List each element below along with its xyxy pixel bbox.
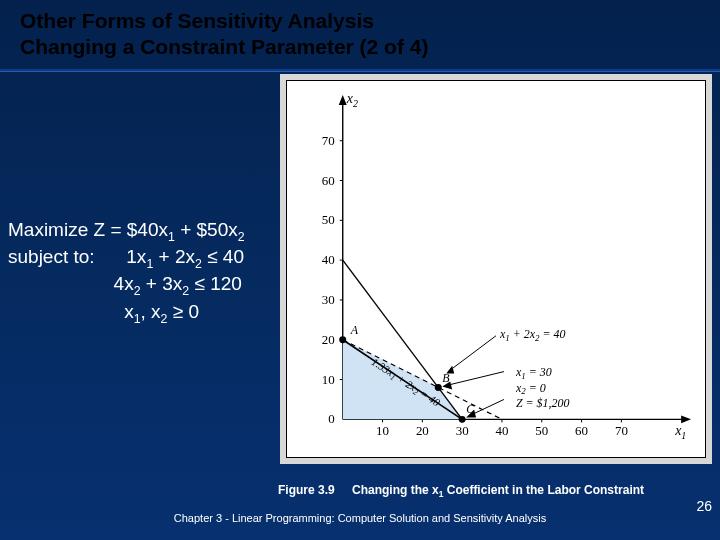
- svg-point-44: [339, 336, 346, 343]
- chapter-footer: Chapter 3 - Linear Programming: Computer…: [0, 512, 720, 524]
- y-axis-label: x2: [346, 91, 358, 109]
- x-axis-label: x1: [674, 423, 686, 441]
- svg-text:B: B: [442, 371, 450, 385]
- title-underline: [0, 69, 720, 72]
- svg-text:Z  = $1,200: Z = $1,200: [516, 396, 570, 410]
- slide-title: Other Forms of Sensitivity Analysis Chan…: [0, 0, 720, 67]
- svg-text:30: 30: [456, 423, 469, 438]
- constraint-1: 1x1 + 2x2 ≤ 40: [126, 246, 244, 267]
- svg-text:A: A: [350, 323, 359, 337]
- svg-text:50: 50: [535, 423, 548, 438]
- figure-caption: Figure 3.9 Changing the x1 Coefficient i…: [278, 483, 718, 499]
- svg-line-38: [470, 399, 504, 415]
- svg-text:20: 20: [416, 423, 429, 438]
- svg-text:30: 30: [322, 292, 335, 307]
- svg-text:60: 60: [575, 423, 588, 438]
- title-line-1: Other Forms of Sensitivity Analysis: [20, 8, 700, 34]
- figure-number: Figure 3.9: [278, 483, 335, 497]
- svg-line-33: [448, 336, 496, 372]
- svg-marker-1: [339, 95, 347, 105]
- svg-text:x1 = 30: x1 = 30: [515, 365, 552, 381]
- svg-text:70: 70: [322, 133, 335, 148]
- svg-point-46: [435, 384, 442, 391]
- svg-text:C: C: [466, 402, 475, 416]
- svg-text:60: 60: [322, 173, 335, 188]
- svg-text:0: 0: [328, 411, 334, 426]
- nonnegativity: x1, x2 ≥ 0: [124, 301, 199, 322]
- svg-text:10: 10: [376, 423, 389, 438]
- subject-to-label: subject to:: [8, 246, 95, 267]
- svg-text:40: 40: [496, 423, 509, 438]
- svg-marker-3: [681, 415, 691, 423]
- svg-text:20: 20: [322, 332, 335, 347]
- lp-formulas: Maximize Z = $40x1 + $50x2 subject to: 1…: [8, 218, 245, 327]
- figure-container: x2 x1 01020 304050 6070 102030 405060 70: [280, 74, 712, 464]
- figure-inner: x2 x1 01020 304050 6070 102030 405060 70: [286, 80, 706, 458]
- chart-svg: x2 x1 01020 304050 6070 102030 405060 70: [287, 81, 705, 457]
- svg-text:x2 = 0: x2 = 0: [515, 381, 546, 397]
- svg-text:50: 50: [322, 212, 335, 227]
- svg-text:70: 70: [615, 423, 628, 438]
- svg-line-36: [446, 372, 504, 386]
- title-line-2: Changing a Constraint Parameter (2 of 4): [20, 34, 700, 60]
- svg-point-48: [459, 416, 466, 423]
- x-tick-labels: 102030 405060 70: [376, 423, 628, 438]
- svg-text:x1 + 2x2 = 40: x1 + 2x2 = 40: [499, 327, 566, 343]
- svg-text:10: 10: [322, 372, 335, 387]
- svg-text:40: 40: [322, 252, 335, 267]
- objective-text: Maximize Z = $40x1 + $50x2: [8, 219, 245, 240]
- constraint-2: 4x2 + 3x2 ≤ 120: [114, 273, 242, 294]
- y-tick-labels: 01020 304050 6070: [322, 133, 335, 427]
